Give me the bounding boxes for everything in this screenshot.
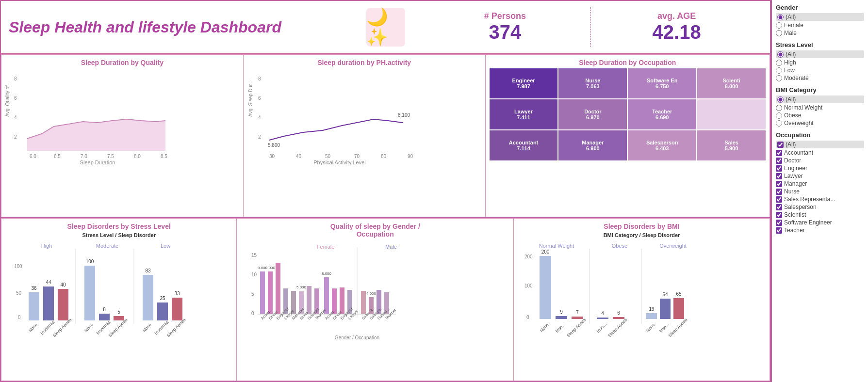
bmi-option-all[interactable]: (All) [776,96,864,103]
svg-text:6.0: 6.0 [30,154,36,159]
svg-text:Sleep Apnea: Sleep Apnea [667,317,688,338]
svg-rect-78 [307,286,311,314]
svg-text:8.100: 8.100 [398,112,410,118]
svg-text:Normal Weight: Normal Weight [539,243,574,249]
occ-option-salesperson[interactable]: Salesperson [776,204,864,210]
occ-option-all[interactable]: (All) [776,141,864,148]
stress-option-moderate[interactable]: Moderate [776,75,864,81]
occ-doctor: Doctor6.970 [558,99,627,129]
ph-chart-title: Sleep duration by PH.activity [247,59,481,66]
svg-text:None: None [83,322,94,333]
dashboard: Sleep Health and lifestyle Dashboard 🌙✨ … [0,0,771,382]
svg-text:70: 70 [354,154,360,159]
gender-option-male[interactable]: Male [776,30,864,36]
svg-text:33: 33 [174,291,180,296]
quality-chart-panel: Sleep Duration by Quality 8 6 4 2 Avg. Q… [1,54,244,217]
occ-scientist: Scienti6.000 [697,68,766,98]
svg-text:None: None [142,322,152,333]
occ-option-teacher[interactable]: Teacher [776,227,864,234]
occ-option-lawyer[interactable]: Lawyer [776,173,864,179]
svg-text:4: 4 [258,115,261,120]
svg-text:0: 0 [18,315,21,320]
occupation-filter-group: Occupation (All) Accountant Doctor Engin… [776,131,864,234]
svg-rect-73 [276,263,280,314]
gender-option-female[interactable]: Female [776,22,864,29]
bmi-option-normal[interactable]: Normal Weight [776,104,864,111]
svg-text:9: 9 [560,309,563,315]
bmi-filter-title: BMI Category [776,86,864,94]
bmi-option-overweight[interactable]: Overweight [776,120,864,127]
svg-text:High: High [41,243,52,249]
bmi-subtitle: BMI Category / Sleep Disorder [518,232,766,238]
occupation-filter-title: Occupation [776,131,864,139]
stress-option-low[interactable]: Low [776,67,864,74]
svg-rect-124 [597,318,608,319]
occ-salesperson: Salesperson6.403 [628,130,696,160]
svg-text:Overweight: Overweight [659,243,687,249]
age-value: 42.18 [653,21,701,43]
svg-text:40: 40 [60,282,66,287]
svg-text:50: 50 [325,154,331,159]
occ-option-sales-rep[interactable]: Sales Representa... [776,196,864,203]
svg-text:65: 65 [676,291,682,297]
occ-option-software-engineer[interactable]: Software Engineer [776,219,864,226]
occ-option-nurse[interactable]: Nurse [776,188,864,195]
gender-option-all[interactable]: (All) [776,13,864,21]
svg-text:Inso...: Inso... [596,322,607,334]
svg-text:Avg. Quality of...: Avg. Quality of... [5,81,10,117]
svg-rect-58 [172,298,182,320]
bmi-disorders-panel: Sleep Disorders by BMI BMI Category / Sl… [514,218,770,381]
stress-filter-title: Stress Level [776,41,864,48]
svg-text:Inso...: Inso... [658,322,670,334]
stress-option-high[interactable]: High [776,59,864,66]
svg-text:80: 80 [381,154,387,159]
svg-text:8: 8 [103,307,106,312]
svg-text:None: None [645,322,656,333]
occ-option-engineer[interactable]: Engineer [776,165,864,172]
svg-rect-40 [58,289,68,320]
svg-rect-71 [268,271,273,314]
occ-option-doctor[interactable]: Doctor [776,157,864,164]
svg-text:Male: Male [386,244,397,250]
occ-option-manager[interactable]: Manager [776,180,864,187]
bmi-disorders-svg: Normal Weight Obese Overweight 200 100 0… [518,239,766,334]
gender-quality-title: Quality of sleep by Gender / Occupation [241,223,509,238]
svg-text:8.0: 8.0 [134,154,141,159]
occ-option-accountant[interactable]: Accountant [776,149,864,156]
quality-chart-title: Sleep Duration by Quality [5,59,239,66]
svg-text:0: 0 [526,315,529,320]
svg-text:Obese: Obese [612,243,627,249]
occ-empty1 [697,99,766,129]
svg-text:25: 25 [160,296,165,301]
svg-text:None: None [28,322,38,333]
occ-nurse: Nurse7.063 [558,68,627,98]
svg-text:100: 100 [14,264,22,269]
svg-text:100: 100 [524,283,533,288]
persons-value: 374 [489,21,522,43]
svg-text:6: 6 [14,96,17,101]
stats-area: # Persons 374 avg. AGE 42.18 [420,7,763,47]
svg-text:90: 90 [408,154,413,159]
age-label: avg. AGE [657,11,696,21]
stress-disorders-title: Sleep Disorders by Stress Level [5,223,232,230]
svg-text:9.000: 9.000 [265,266,276,270]
ph-chart-svg: 8 6 4 2 Avg. Sleep Dur... 30 40 50 70 80… [247,68,481,165]
svg-text:Gender / Occupation: Gender / Occupation [335,335,379,340]
stress-option-all[interactable]: (All) [776,50,864,58]
occ-option-scientist[interactable]: Scientist [776,211,864,218]
svg-text:Sleep Apnea: Sleep Apnea [566,317,587,338]
charts-area: Sleep Duration by Quality 8 6 4 2 Avg. Q… [1,54,770,381]
dashboard-title: Sleep Health and lifestyle Dashboard [9,18,352,36]
svg-text:7: 7 [576,310,579,315]
header: Sleep Health and lifestyle Dashboard 🌙✨ … [1,1,770,54]
svg-text:5.800: 5.800 [268,143,280,148]
bmi-option-obese[interactable]: Obese [776,112,864,119]
svg-rect-69 [260,271,265,314]
svg-text:64: 64 [662,292,668,297]
quality-chart-svg: 8 6 4 2 Avg. Quality of... 6.0 6.5 7.0 7… [5,68,239,165]
svg-text:36: 36 [31,286,37,291]
stress-disorders-subtitle: Stress Level / Sleep Disorder [5,232,232,238]
occupation-chart-panel: Sleep Duration by Occupation Engineer7.9… [486,54,770,217]
svg-rect-34 [29,292,39,320]
svg-text:2: 2 [14,134,17,140]
